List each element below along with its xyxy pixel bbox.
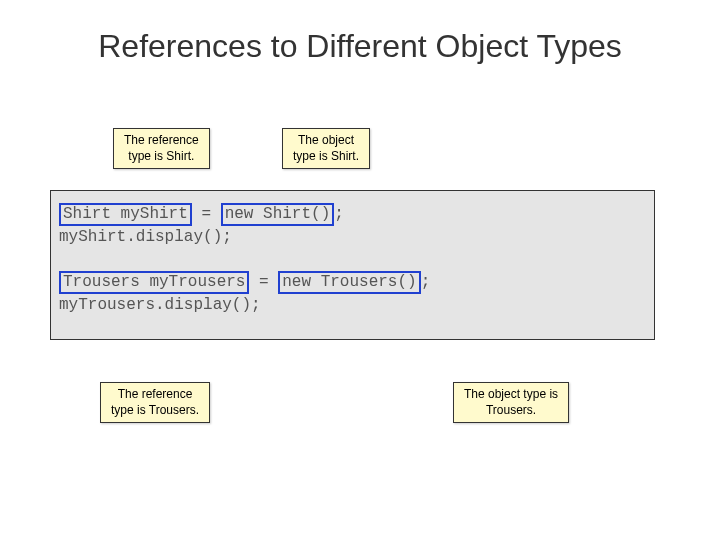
note-ref-trousers: The referencetype is Trousers. xyxy=(100,382,210,423)
code-line-1: Shirt myShirt = new Shirt(); xyxy=(59,203,646,226)
highlight-obj-trousers: new Trousers() xyxy=(278,271,420,294)
code-line-3 xyxy=(59,249,646,271)
code-line-4: Trousers myTrousers = new Trousers(); xyxy=(59,271,646,294)
highlight-obj-shirt: new Shirt() xyxy=(221,203,335,226)
code-line-5: myTrousers.display(); xyxy=(59,294,646,316)
note-ref-shirt: The referencetype is Shirt. xyxy=(113,128,210,169)
code-block: Shirt myShirt = new Shirt(); myShirt.dis… xyxy=(50,190,655,340)
code-line-2: myShirt.display(); xyxy=(59,226,646,248)
note-obj-shirt: The objecttype is Shirt. xyxy=(282,128,370,169)
page-title: References to Different Object Types xyxy=(0,28,720,65)
highlight-ref-trousers: Trousers myTrousers xyxy=(59,271,249,294)
note-obj-trousers: The object type isTrousers. xyxy=(453,382,569,423)
highlight-ref-shirt: Shirt myShirt xyxy=(59,203,192,226)
